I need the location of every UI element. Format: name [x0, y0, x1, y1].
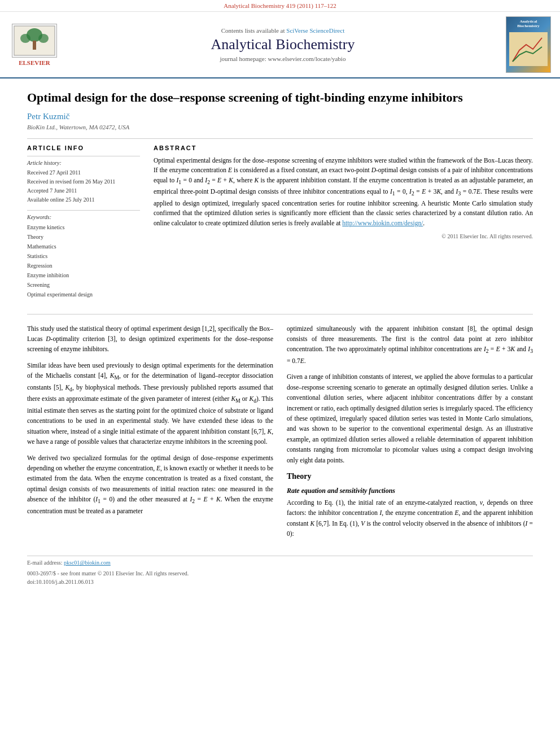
body-right-col: optimized simultaneously with the appare… — [287, 324, 533, 545]
body-columns: This study used the statistical theory o… — [27, 324, 533, 545]
history-label: Article history: — [27, 160, 140, 166]
journal-thumbnail: Analytical Biochemistry — [506, 16, 551, 73]
journal-center: Contents lists available at SciVerse Sci… — [65, 27, 500, 62]
info-abstract-section: ARTICLE INFO Article history: Received 2… — [27, 138, 533, 303]
svg-rect-2 — [33, 41, 36, 50]
article-info-header: ARTICLE INFO — [27, 145, 140, 151]
body-para-5: Given a range of inhibition constants of… — [287, 372, 533, 465]
body-para-4: optimized simultaneously with the appare… — [287, 324, 533, 366]
abstract-text: Optimal experimental designs for the dos… — [154, 156, 533, 229]
keyword-regression: Regression — [27, 261, 140, 270]
article-divider — [27, 314, 533, 314]
footer-copyright-line2: doi:10.1016/j.ab.2011.06.013 — [27, 578, 533, 586]
keyword-screening: Screening — [27, 280, 140, 290]
journal-header: ELSEVIER Contents lists available at Sci… — [0, 12, 560, 78]
history-received: Received 27 April 2011 — [27, 168, 140, 177]
rate-subsection-title: Rate equation and sensitivity functions — [287, 487, 533, 495]
citation-text: Analytical Biochemistry 419 (2011) 117–1… — [224, 2, 336, 9]
body-left-col: This study used the statistical theory o… — [27, 324, 273, 545]
article-container: Optimal design for the dose–response scr… — [0, 78, 560, 597]
history-accepted: Accepted 7 June 2011 — [27, 186, 140, 195]
article-affiliation: BioKin Ltd., Watertown, MA 02472, USA — [27, 124, 533, 130]
elsevier-text: ELSEVIER — [19, 59, 50, 66]
keyword-enzyme-kinetics: Enzyme kinetics — [27, 222, 140, 232]
citation-bar: Analytical Biochemistry 419 (2011) 117–1… — [0, 0, 560, 12]
elsevier-tree-icon — [13, 25, 56, 56]
email-link[interactable]: pksc01@biokin.com — [64, 560, 111, 566]
abstract-header: ABSTRACT — [154, 145, 533, 151]
body-para-6: According to Eq. (1), the initial rate o… — [287, 497, 533, 539]
svg-point-4 — [38, 34, 49, 43]
footer-email: E-mail address: pksc01@biokin.com — [27, 560, 533, 566]
svg-point-3 — [20, 34, 30, 43]
sciversedirect-link[interactable]: SciVerse ScienceDirect — [286, 27, 344, 34]
keyword-optimal-design: Optimal experimental design — [27, 290, 140, 299]
keyword-mathematics: Mathematics — [27, 242, 140, 251]
sciversedirect-line: Contents lists available at SciVerse Sci… — [65, 27, 500, 34]
body-para-3: We derived two specialized formulas for … — [27, 453, 273, 517]
article-title: Optimal design for the dose–response scr… — [27, 90, 533, 106]
footer-copyright-line1: 0003-2697/$ - see front matter © 2011 El… — [27, 569, 533, 578]
keyword-theory: Theory — [27, 232, 140, 242]
thumb-chart-icon — [510, 33, 546, 65]
article-info-column: ARTICLE INFO Article history: Received 2… — [27, 145, 140, 303]
keywords-section: Keywords: Enzyme kinetics Theory Mathema… — [27, 210, 140, 299]
article-history: Article history: Received 27 April 2011 … — [27, 156, 140, 204]
thumb-image — [509, 32, 548, 66]
history-available: Available online 25 July 2011 — [27, 195, 140, 204]
body-para-2: Similar ideas have been used previously … — [27, 360, 273, 447]
article-author[interactable]: Petr Kuzmič — [27, 112, 533, 121]
biokin-link[interactable]: http://www.biokin.com/design/ — [342, 220, 423, 226]
abstract-column: ABSTRACT Optimal experimental designs fo… — [154, 145, 533, 303]
keyword-enzyme-inhibition: Enzyme inhibition — [27, 270, 140, 280]
thumb-title-text: Analytical Biochemistry — [509, 19, 548, 29]
journal-title: Analytical Biochemistry — [65, 36, 500, 53]
abstract-section: Optimal experimental designs for the dos… — [154, 156, 533, 239]
elsevier-logo: ELSEVIER — [9, 24, 60, 66]
theory-section-title: Theory — [287, 472, 533, 481]
article-footer: E-mail address: pksc01@biokin.com 0003-2… — [27, 556, 533, 586]
journal-homepage: journal homepage: www.elsevier.com/locat… — [65, 55, 500, 62]
keyword-statistics: Statistics — [27, 251, 140, 261]
history-revised: Received in revised form 26 May 2011 — [27, 177, 140, 186]
body-para-1: This study used the statistical theory o… — [27, 324, 273, 355]
elsevier-logo-image — [12, 24, 57, 58]
keywords-label: Keywords: — [27, 214, 140, 220]
abstract-copyright: © 2011 Elsevier Inc. All rights reserved… — [154, 233, 533, 239]
